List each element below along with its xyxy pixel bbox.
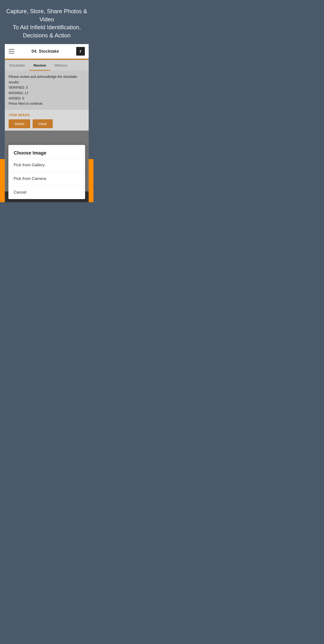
tab-witness[interactable]: Witness	[50, 60, 72, 71]
select-button[interactable]: Select	[9, 119, 30, 128]
clear-button[interactable]: Clear	[32, 119, 53, 128]
screen-container: Capture, Store, Share Photos & Video To …	[0, 0, 94, 202]
menu-icon[interactable]	[9, 49, 14, 54]
app-frame: 04. Stocktake r Stocktake Review Witness…	[5, 44, 89, 202]
cancel-option[interactable]: Cancel	[8, 186, 85, 199]
item-image-label: ITEM IMAGE	[9, 113, 85, 117]
modal-title: Choose Image	[8, 145, 85, 158]
pick-from-gallery-option[interactable]: Pick from Gallery	[8, 158, 85, 172]
content-background: Choose Image Pick from Gallery Pick from…	[5, 130, 89, 192]
modal-overlay[interactable]: Choose Image Pick from Gallery Pick from…	[5, 130, 89, 192]
tab-stocktake[interactable]: Stocktake	[5, 60, 29, 71]
image-buttons-group: Select Clear	[9, 119, 85, 128]
tabs-container: Stocktake Review Witness	[5, 60, 89, 71]
app-logo: r	[76, 47, 85, 56]
review-info-box: Please review and acknowledge the stockt…	[5, 71, 89, 110]
item-image-section: ITEM IMAGE Select Clear	[5, 110, 89, 130]
review-info-text: Please review and acknowledge the stockt…	[9, 75, 77, 106]
tab-review[interactable]: Review	[29, 60, 50, 71]
header-text: Capture, Store, Share Photos & Video To …	[5, 7, 89, 39]
choose-image-dialog: Choose Image Pick from Gallery Pick from…	[8, 145, 85, 199]
bg-header: Capture, Store, Share Photos & Video To …	[0, 0, 94, 44]
app-bar: 04. Stocktake r	[5, 44, 89, 59]
pick-from-camera-option[interactable]: Pick from Camera	[8, 172, 85, 186]
app-title: 04. Stocktake	[32, 49, 59, 54]
